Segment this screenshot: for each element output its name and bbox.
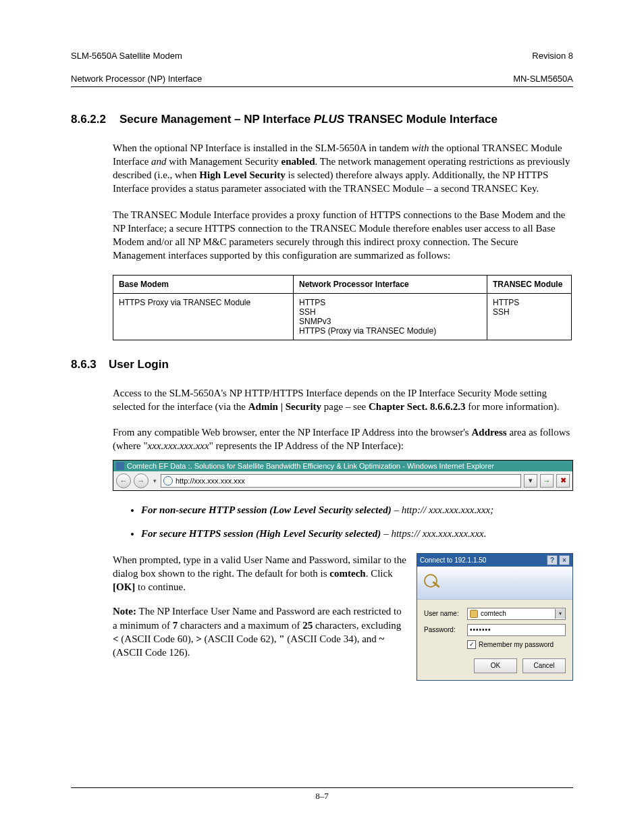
text: From any compatible Web browser, enter t…: [113, 427, 471, 438]
header-docnum: MN-SLM5650A: [513, 74, 573, 84]
username-label: User name:: [424, 610, 463, 617]
text-bold: ~: [379, 633, 385, 644]
list-tail: – https:// xxx.xxx.xxx.xxx.: [381, 528, 486, 539]
table-cell: HTTPS SSH: [487, 293, 572, 340]
text-bold: Chapter Sect. 8.6.6.2.3: [369, 401, 465, 412]
ok-button[interactable]: OK: [474, 658, 517, 673]
paragraph: When the optional NP Interface is instal…: [113, 141, 573, 196]
page-footer: 8–7: [71, 787, 573, 802]
ie-app-icon: [116, 462, 124, 470]
password-label: Password:: [424, 626, 463, 633]
text: (ASCII Code 60),: [119, 633, 196, 644]
browser-screenshot: Comtech EF Data :. Solutions for Satelli…: [113, 460, 573, 491]
section-title-pre: Secure Management – NP Interface: [119, 113, 314, 126]
keys-icon: [423, 573, 443, 593]
page-number: 8–7: [315, 791, 329, 801]
table-cell: HTTPS SSH SNMPv3 HTTPS (Proxy via TRANSE…: [294, 293, 487, 340]
remember-label: Remember my password: [479, 641, 554, 648]
header-product: SLM-5650A Satellite Modem: [71, 51, 182, 61]
table-cell: HTTPS Proxy via TRANSEC Module: [113, 293, 294, 340]
username-field[interactable]: comtech ▾: [467, 608, 566, 620]
paragraph: The TRANSEC Module Interface provides a …: [113, 208, 573, 263]
text-bold: <: [113, 633, 119, 644]
login-banner: [417, 567, 572, 600]
section-heading-8-6-3: 8.6.3 User Login: [71, 358, 573, 371]
text: (ASCII Code 126).: [113, 647, 190, 658]
text: (ASCII Code 34), and: [285, 633, 379, 644]
text-emph: xxx.xxx.xxx.xxx: [148, 440, 209, 451]
login-dialog: Connect to 192.1.1.50 ? × User name: com…: [417, 553, 573, 681]
section-title: User Login: [109, 358, 573, 371]
table-header: TRANSEC Module: [487, 275, 572, 293]
text-emph: and: [151, 156, 167, 167]
cancel-button[interactable]: Cancel: [522, 658, 566, 673]
text-bold: [OK]: [113, 581, 135, 592]
stop-button[interactable]: ✖: [556, 474, 570, 488]
browser-titlebar: Comtech EF Data :. Solutions for Satelli…: [113, 461, 572, 471]
text-bold: >: [196, 633, 202, 644]
text: (ASCII Code 62),: [202, 633, 279, 644]
password-field[interactable]: •••••••: [467, 624, 566, 636]
address-bar[interactable]: http://xxx.xxx.xxx.xxx: [161, 474, 521, 488]
text: characters, excluding: [313, 620, 401, 631]
forward-button[interactable]: →: [134, 473, 149, 488]
list-item: For secure HTTPS session (High Level Sec…: [141, 527, 573, 541]
text-bold: High Level Security: [199, 170, 286, 180]
text-emph: with: [412, 142, 429, 153]
paragraph: From any compatible Web browser, enter t…: [113, 425, 573, 453]
note-label: Note:: [113, 606, 136, 617]
browser-toolbar: ← → ▾ http://xxx.xxx.xxx.xxx ▾ → ✖: [113, 471, 572, 490]
password-value: •••••••: [470, 626, 491, 633]
header-subtitle: Network Processor (NP) Interface: [71, 74, 202, 84]
text-bold: Address: [471, 427, 506, 438]
paragraph: Note: The NP Interface User Name and Pas…: [113, 604, 407, 659]
nav-history-dropdown[interactable]: ▾: [151, 477, 158, 484]
close-button[interactable]: ×: [559, 555, 570, 565]
paragraph: Access to the SLM-5650A's NP HTTP/HTTPS …: [113, 386, 573, 414]
text: with Management Security: [167, 156, 281, 167]
username-value: comtech: [481, 610, 552, 617]
list-tail: – http:// xxx.xxx.xxx.xxx;: [392, 504, 494, 515]
text: " represents the IP Address of the NP In…: [209, 440, 404, 451]
address-dropdown-button[interactable]: ▾: [524, 474, 537, 488]
section-number: 8.6.2.2: [71, 113, 119, 126]
table-header: Network Processor Interface: [294, 275, 487, 293]
login-titlebar: Connect to 192.1.1.50 ? ×: [417, 554, 572, 567]
list-lead: For secure HTTPS session (High Level Sec…: [141, 528, 381, 539]
header-revision: Revision 8: [532, 51, 573, 61]
go-button[interactable]: →: [540, 474, 554, 488]
paragraph: When prompted, type in a valid User Name…: [113, 553, 407, 594]
list-lead: For non-secure HTTP session (Low Level S…: [141, 504, 392, 515]
section-number: 8.6.3: [71, 358, 109, 371]
username-dropdown-button[interactable]: ▾: [555, 609, 565, 619]
text: characters and a maximum of: [178, 620, 302, 631]
text: to continue.: [135, 581, 186, 592]
text-bold: ": [279, 633, 284, 644]
table-header: Base Modem: [113, 275, 294, 293]
list-item: For non-secure HTTP session (Low Level S…: [141, 503, 573, 517]
text: page – see: [321, 401, 369, 412]
management-interfaces-table: Base Modem Network Processor Interface T…: [113, 275, 572, 340]
text: When the optional NP Interface is instal…: [113, 142, 412, 153]
login-title-text: Connect to 192.1.1.50: [420, 556, 486, 564]
back-button[interactable]: ←: [116, 473, 131, 488]
text: for more information).: [465, 401, 559, 412]
remember-checkbox[interactable]: ✓: [467, 640, 476, 649]
page-header: SLM-5650A Satellite Modem Network Proces…: [71, 39, 573, 87]
text-bold: comtech: [329, 568, 365, 579]
text: . Click: [366, 568, 393, 579]
text-bold: 25: [302, 620, 313, 631]
text-bold: enabled: [281, 156, 315, 167]
section-title: Secure Management – NP Interface PLUS TR…: [119, 113, 573, 126]
section-heading-8-6-2-2: 8.6.2.2 Secure Management – NP Interface…: [71, 113, 573, 126]
ie-page-icon: [163, 476, 173, 486]
address-url: http://xxx.xxx.xxx.xxx: [176, 477, 518, 485]
section-title-emph: PLUS: [314, 113, 344, 126]
section-title-post: TRANSEC Module Interface: [344, 113, 498, 126]
session-type-list: For non-secure HTTP session (Low Level S…: [113, 503, 573, 541]
help-button[interactable]: ?: [547, 555, 558, 565]
browser-title-text: Comtech EF Data :. Solutions for Satelli…: [127, 462, 494, 470]
text-bold: Admin | Security: [248, 401, 321, 412]
user-icon: [470, 610, 478, 618]
